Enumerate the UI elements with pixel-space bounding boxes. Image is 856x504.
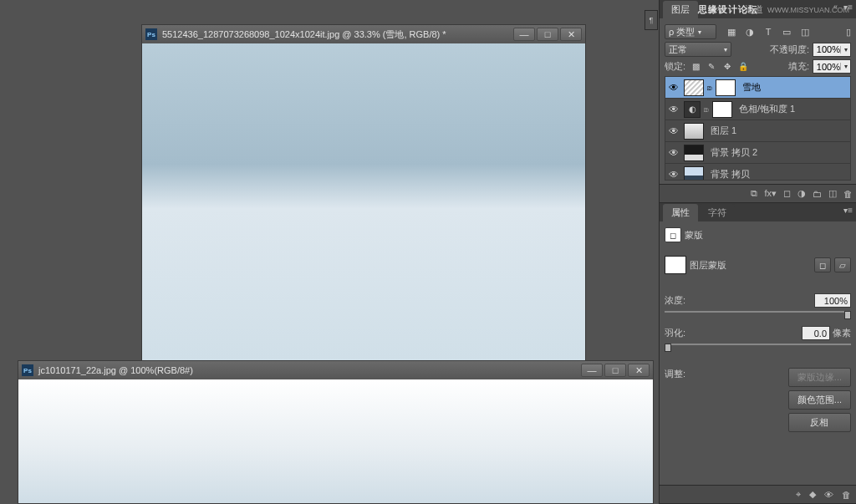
layer-row[interactable]: 👁 ◐ ⎄ 色相/饱和度 1 xyxy=(665,99,850,120)
canvas-1[interactable] xyxy=(142,43,585,361)
layer-thumb[interactable] xyxy=(684,145,704,161)
adjustment-icon[interactable]: ◐ xyxy=(684,101,701,118)
mask-type-icon[interactable]: ◻ xyxy=(665,227,681,242)
filter-toggle-icon[interactable]: ▯ xyxy=(846,27,851,38)
invert-button[interactable]: 反相 xyxy=(788,413,851,432)
density-input[interactable] xyxy=(814,293,851,308)
visibility-icon[interactable]: 👁 xyxy=(667,168,680,181)
doc1-title: 5512436_1287073268098_1024x1024it.jpg @ … xyxy=(162,28,513,41)
layer-thumb[interactable] xyxy=(684,123,704,140)
mask-thumb[interactable] xyxy=(716,79,736,96)
tab-character[interactable]: 字符 xyxy=(700,204,735,221)
adjustment-layer-icon[interactable]: ◑ xyxy=(797,188,806,199)
paragraph-icon[interactable]: ¶ xyxy=(645,10,658,30)
new-layer-icon[interactable]: ◫ xyxy=(828,188,837,199)
layer-name[interactable]: 图层 1 xyxy=(707,125,848,137)
maximize-button[interactable]: □ xyxy=(604,364,626,377)
refine-label: 调整: xyxy=(665,368,685,380)
layers-panel: « ▾≡ 图层 路径 通道 ρ 类型▾ ▦ ◑ T ▭ ◫ ▯ xyxy=(660,0,856,203)
fill-input[interactable]: ▾ xyxy=(813,59,851,74)
titlebar-2[interactable]: Ps jc1010171_22a.jpg @ 100%(RGB/8#) — □ … xyxy=(18,361,653,379)
visibility-icon[interactable]: 👁 xyxy=(667,103,680,116)
watermark-main: 思缘设计论坛 xyxy=(698,4,758,14)
opacity-input[interactable]: ▾ xyxy=(813,43,851,57)
density-slider[interactable] xyxy=(665,311,851,319)
fill-label: 填充: xyxy=(788,60,809,73)
minimize-button[interactable]: — xyxy=(581,364,603,377)
toggle-mask-icon[interactable]: 👁 xyxy=(824,490,833,500)
lock-transparent-icon[interactable]: ▩ xyxy=(689,60,702,74)
layer-filter-type[interactable]: ρ 类型▾ xyxy=(665,24,716,39)
layer-thumb[interactable] xyxy=(684,79,704,96)
document-window-1: Ps 5512436_1287073268098_1024x1024it.jpg… xyxy=(141,24,586,377)
layer-mask-label: 图层蒙版 xyxy=(690,259,726,272)
filter-adjust-icon[interactable]: ◑ xyxy=(743,25,757,38)
layer-row[interactable]: 👁 背景 拷贝 2 xyxy=(665,142,850,164)
density-label: 浓度: xyxy=(665,294,685,307)
minimize-button[interactable]: — xyxy=(513,28,535,41)
group-icon[interactable]: 🗀 xyxy=(813,189,822,199)
visibility-icon[interactable]: 👁 xyxy=(667,146,680,160)
filter-shape-icon[interactable]: ▭ xyxy=(780,25,793,38)
layers-footer: ⧉ fx▾ ◻ ◑ 🗀 ◫ 🗑 xyxy=(660,184,856,202)
panel-menu-icon[interactable]: ▾≡ xyxy=(843,206,853,215)
link-layers-icon[interactable]: ⧉ xyxy=(751,188,757,199)
layer-name[interactable]: 雪地 xyxy=(739,81,848,94)
mask-thumb[interactable] xyxy=(712,101,732,118)
mask-preview[interactable] xyxy=(665,256,686,274)
filter-type-icon[interactable]: T xyxy=(762,25,775,38)
feather-label: 羽化: xyxy=(665,327,685,339)
apply-mask-icon[interactable]: ◆ xyxy=(809,489,816,500)
vector-mask-icon[interactable]: ▱ xyxy=(834,257,851,272)
load-selection-icon[interactable]: ⌖ xyxy=(796,489,801,500)
right-panels: ¶ « ▾≡ 图层 路径 通道 ρ 类型▾ ▦ ◑ T ▭ ◫ xyxy=(659,0,856,504)
layer-name[interactable]: 背景 拷贝 xyxy=(707,168,848,181)
color-range-button[interactable]: 颜色范围... xyxy=(788,390,851,410)
opacity-label: 不透明度: xyxy=(770,43,809,56)
layer-list: 👁 ⎄ 雪地 👁 ◐ ⎄ 色相/饱和度 1 👁 图层 1 xyxy=(665,76,851,181)
watermark-sub: WWW.MISSYUAN.COM xyxy=(767,6,849,14)
visibility-icon[interactable]: 👁 xyxy=(667,125,680,138)
mask-edge-button[interactable]: 蒙版边缘... xyxy=(788,368,851,387)
doc2-title: jc1010171_22a.jpg @ 100%(RGB/8#) xyxy=(38,365,581,375)
lock-position-icon[interactable]: ✥ xyxy=(721,60,734,74)
layer-row[interactable]: 👁 ⎄ 雪地 xyxy=(665,77,850,99)
filter-pixel-icon[interactable]: ▦ xyxy=(725,25,738,38)
lock-all-icon[interactable]: 🔒 xyxy=(736,60,750,74)
layer-row[interactable]: 👁 图层 1 xyxy=(665,120,850,142)
add-mask-icon[interactable]: ◻ xyxy=(783,188,791,199)
canvas-2[interactable] xyxy=(18,379,653,503)
pixel-mask-icon[interactable]: ◻ xyxy=(814,257,831,272)
titlebar-1[interactable]: Ps 5512436_1287073268098_1024x1024it.jpg… xyxy=(142,25,585,43)
feather-slider[interactable] xyxy=(665,344,851,352)
layer-row[interactable]: 👁 背景 拷贝 xyxy=(665,164,850,181)
delete-mask-icon[interactable]: 🗑 xyxy=(842,490,851,500)
lock-label: 锁定: xyxy=(665,60,685,73)
maximize-button[interactable]: □ xyxy=(537,28,558,41)
delete-layer-icon[interactable]: 🗑 xyxy=(843,189,853,199)
tab-properties[interactable]: 属性 xyxy=(663,204,698,221)
fx-icon[interactable]: fx▾ xyxy=(764,188,777,199)
properties-footer: ⌖ ◆ 👁 🗑 xyxy=(660,485,856,503)
filter-smart-icon[interactable]: ◫ xyxy=(798,25,812,38)
ps-icon: Ps xyxy=(145,28,157,40)
document-window-2: Ps jc1010171_22a.jpg @ 100%(RGB/8#) — □ … xyxy=(18,360,654,504)
layer-name[interactable]: 背景 拷贝 2 xyxy=(707,146,848,159)
layer-thumb[interactable] xyxy=(684,166,704,181)
visibility-icon[interactable]: 👁 xyxy=(667,81,680,94)
feather-input[interactable] xyxy=(802,326,830,340)
layer-name[interactable]: 色相/饱和度 1 xyxy=(736,103,848,115)
blend-mode-dropdown[interactable]: 正常▾ xyxy=(665,42,731,57)
feather-unit: 像素 xyxy=(833,327,851,339)
lock-pixels-icon[interactable]: ✎ xyxy=(705,60,718,74)
ps-icon: Ps xyxy=(22,364,33,376)
tab-layers[interactable]: 图层 xyxy=(663,1,698,18)
close-button[interactable]: ✕ xyxy=(628,364,650,377)
properties-panel: ▾≡ 属性 字符 ◻ 蒙版 图层蒙版 ◻ ▱ 浓度: xyxy=(660,203,856,504)
close-button[interactable]: ✕ xyxy=(560,28,582,41)
mask-label: 蒙版 xyxy=(685,229,703,242)
